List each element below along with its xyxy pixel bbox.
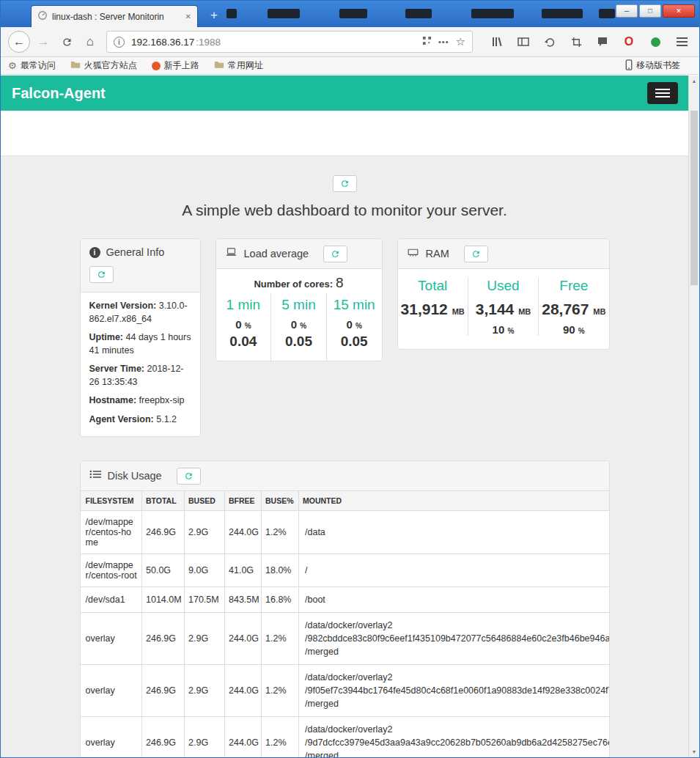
cell-mounted: / [299, 554, 609, 587]
site-info-icon[interactable]: i [114, 37, 125, 48]
maximize-button[interactable]: □ [639, 4, 661, 18]
chat-bubble-icon[interactable] [595, 34, 610, 50]
nav-toolbar: ← → ⌂ i 192.168.36.17 :1988 ••• ☆ [1, 27, 699, 57]
table-row: overlay 246.9G 2.9G 244.0G 1.2% /data/do… [81, 613, 609, 665]
cell-filesystem: overlay [81, 613, 142, 665]
cell-mounted: /data [299, 511, 609, 554]
new-tab-button[interactable]: + [204, 7, 224, 26]
bookmark-label: 新手上路 [164, 59, 199, 72]
bookmark-star-icon[interactable]: ☆ [456, 35, 465, 48]
table-row: /dev/mapper/centos-root 50.0G 9.0G 41.0G… [81, 554, 609, 587]
scroll-up-icon[interactable]: ▲ [689, 76, 699, 87]
cell-mounted: /data/docker/overlay2/982cbddce83c80f9c6… [299, 613, 609, 665]
phone-icon [625, 59, 633, 73]
bookmark-getting-started[interactable]: 新手上路 [152, 59, 199, 72]
info-item: Kernel Version: 3.10.0-862.el7.x86_64 [89, 300, 191, 325]
bookmark-firefox-official[interactable]: 火狐官方站点 [70, 59, 137, 72]
cell-mounted: /boot [299, 587, 609, 613]
titlebar-redaction-block [599, 9, 615, 18]
info-item: Hostname: freepbx-sip [89, 394, 191, 408]
screenshot-crop-icon[interactable] [569, 34, 583, 50]
cores-count: 8 [336, 275, 344, 290]
col-btotal: BTOTAL [142, 491, 185, 511]
ram-columns: Total 31,912 MB Used 3,144 MB 10 % Free … [398, 269, 609, 349]
orange-dot-icon [152, 62, 161, 70]
bookmark-label: 最常访问 [21, 59, 56, 72]
folder-icon [70, 60, 81, 71]
load-15min-column: 15 min 0 % 0.05 [326, 292, 382, 361]
bookmarks-bar: ⚙ 最常访问 火狐官方站点 新手上路 常用网址 移动版书签 [1, 57, 699, 75]
titlebar-redaction-block [339, 9, 367, 18]
refresh-all-button[interactable] [333, 175, 357, 192]
navbar-toggle-button[interactable] [647, 82, 678, 104]
navbar-collapse-area [1, 111, 688, 156]
bookmark-label: 火狐官方站点 [84, 59, 137, 72]
load-1min-column: 1 min 0 % 0.04 [216, 292, 271, 361]
cell-filesystem: overlay [81, 665, 142, 717]
undo-arrow-icon[interactable] [542, 34, 557, 50]
site-header: Falcon-Agent [1, 76, 688, 111]
disk-usage-table: FILESYSTEM BTOTAL BUSED BFREE BUSE% MOUN… [81, 491, 609, 757]
vertical-scrollbar[interactable]: ▲ ▼ [688, 76, 699, 757]
forward-button[interactable]: → [33, 32, 54, 52]
general-info-refresh-button[interactable] [89, 266, 114, 283]
table-row: overlay 246.9G 2.9G 244.0G 1.2% /data/do… [81, 665, 609, 717]
toolbar-extensions: O [490, 34, 692, 50]
list-icon [89, 469, 101, 482]
bookmark-most-visited[interactable]: ⚙ 最常访问 [8, 59, 56, 72]
bookmark-mobile-bookmarks[interactable]: 移动版书签 [625, 59, 692, 73]
laptop-icon [225, 247, 237, 261]
home-button[interactable]: ⌂ [80, 32, 100, 52]
dashboard-content: A simple web dashboard to monitor your s… [1, 156, 688, 757]
extension-red-o-icon[interactable]: O [622, 34, 636, 50]
tab-title: linux-dash : Server Monitorin [52, 12, 181, 22]
titlebar-redaction-block [471, 9, 514, 18]
cell-mounted: /data/docker/overlay2/9f05ef7c3944bc1764… [299, 665, 609, 717]
general-info-body: Kernel Version: 3.10.0-862.el7.x86_64 Up… [81, 292, 200, 436]
close-button[interactable]: ✕ [663, 4, 695, 18]
page-actions-icon[interactable]: ••• [438, 37, 449, 46]
browser-tab[interactable]: linux-dash : Server Monitorin ✕ [31, 5, 198, 27]
ram-refresh-button[interactable] [464, 246, 488, 262]
bookmark-label: 常用网址 [228, 59, 263, 72]
url-bar[interactable]: i 192.168.36.17 :1988 ••• ☆ [106, 31, 473, 53]
tab-favicon-icon [37, 10, 48, 23]
url-host: 192.168.36.17 [131, 37, 194, 48]
reload-button[interactable] [56, 32, 77, 52]
memory-chip-icon [407, 247, 419, 261]
tab-close-icon[interactable]: ✕ [185, 12, 191, 21]
disk-usage-refresh-button[interactable] [177, 468, 201, 485]
menu-hamburger-icon[interactable] [674, 34, 689, 50]
refresh-icon [331, 249, 340, 259]
col-bfree: BFREE [225, 491, 262, 511]
ram-header: RAM [398, 239, 609, 269]
window-controls: ─ □ ✕ [616, 4, 695, 18]
cell-filesystem: /dev/mapper/centos-root [81, 554, 142, 587]
ram-free-column: Free 28,767 MB 90 % [538, 278, 608, 336]
scrollbar-thumb[interactable] [690, 111, 698, 285]
library-icon[interactable] [490, 34, 504, 50]
ram-used-column: Used 3,144 MB 10 % [468, 278, 538, 336]
panel-title: RAM [426, 248, 449, 260]
table-row: overlay 246.9G 2.9G 244.0G 1.2% /data/do… [81, 717, 609, 758]
panels-row: i General Info Kernel Version: 3.10.0-86… [80, 238, 610, 437]
extension-green-dot-icon[interactable] [648, 34, 663, 50]
cell-mounted: /data/docker/overlay2/9d7dcfcc3979e45d3a… [299, 717, 609, 758]
disk-usage-header: Disk Usage [81, 461, 609, 491]
panel-title: Disk Usage [108, 470, 162, 482]
titlebar: linux-dash : Server Monitorin ✕ + ─ □ ✕ [1, 1, 699, 27]
general-info-panel: i General Info Kernel Version: 3.10.0-86… [80, 238, 201, 437]
sidebar-icon[interactable] [516, 34, 531, 50]
brand-title: Falcon-Agent [1, 76, 688, 111]
table-row: /dev/mapper/centos-home 246.9G 2.9G 244.… [81, 511, 609, 554]
browser-window: linux-dash : Server Monitorin ✕ + ─ □ ✕ … [0, 0, 700, 758]
bookmark-common-sites[interactable]: 常用网址 [214, 59, 263, 72]
scroll-down-icon[interactable]: ▼ [689, 746, 699, 757]
back-button[interactable]: ← [8, 31, 30, 53]
minimize-button[interactable]: ─ [616, 4, 638, 18]
panel-title: General Info [106, 246, 165, 258]
ram-panel: RAM Total 31,912 MB Used 3, [397, 238, 610, 350]
load-average-refresh-button[interactable] [323, 246, 347, 262]
cell-filesystem: /dev/mapper/centos-home [81, 511, 142, 554]
page-action-grid-icon[interactable] [422, 35, 432, 48]
